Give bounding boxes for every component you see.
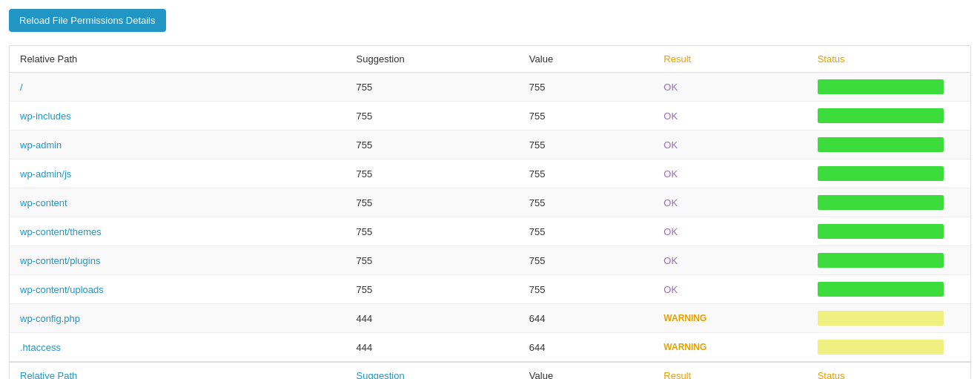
path-link[interactable]: wp-content/plugins [20,255,100,266]
status-bar [818,79,944,94]
col-footer-status: Status [807,362,970,379]
cell-value: 755 [519,188,653,217]
status-bar-green [818,224,944,239]
status-bar-green [818,108,944,123]
status-bar [818,282,944,297]
path-link[interactable]: wp-config.php [20,313,80,324]
cell-suggestion: 755 [346,246,519,275]
path-link[interactable]: .htaccess [20,342,61,353]
cell-value: 755 [519,73,653,102]
table-row: /755755OK [10,73,970,102]
cell-suggestion: 755 [346,159,519,188]
status-bar-green [818,79,944,94]
cell-result: OK [653,73,807,102]
cell-value: 755 [519,275,653,304]
status-bar-green [818,253,944,268]
cell-status [807,333,970,363]
cell-result: OK [653,246,807,275]
cell-suggestion: 444 [346,333,519,363]
table-row: wp-admin/js755755OK [10,159,970,188]
cell-value: 755 [519,246,653,275]
status-bar [818,253,944,268]
cell-suggestion: 755 [346,188,519,217]
status-bar [818,108,944,123]
table-row: wp-content/uploads755755OK [10,275,970,304]
table-row: wp-includes755755OK [10,102,970,131]
cell-path: wp-admin/js [10,159,346,188]
cell-status [807,102,970,131]
cell-path: wp-admin [10,131,346,159]
cell-status [807,246,970,275]
cell-path: / [10,73,346,102]
col-footer-value: Value [519,362,653,379]
status-bar [818,224,944,239]
status-bar [818,340,944,355]
cell-value: 644 [519,304,653,333]
table-row: wp-content/themes755755OK [10,217,970,246]
status-bar-green [818,282,944,297]
cell-suggestion: 755 [346,275,519,304]
cell-path: wp-content/uploads [10,275,346,304]
cell-status [807,131,970,159]
cell-suggestion: 444 [346,304,519,333]
table-row: wp-config.php444644WARNING [10,304,970,333]
col-header-value: Value [519,46,653,73]
col-footer-result: Result [653,362,807,379]
status-bar [818,311,944,326]
status-bar-green [818,166,944,181]
cell-value: 755 [519,159,653,188]
reload-file-permissions-button[interactable]: Reload File Permissions Details [9,9,166,32]
cell-path: .htaccess [10,333,346,363]
cell-path: wp-content/themes [10,217,346,246]
status-bar-yellow [818,340,944,355]
path-link[interactable]: wp-content/uploads [20,284,104,295]
cell-value: 644 [519,333,653,363]
cell-result: OK [653,159,807,188]
path-link[interactable]: wp-content [20,197,67,208]
path-link[interactable]: / [20,82,23,93]
table-row: .htaccess444644WARNING [10,333,970,363]
path-link[interactable]: wp-admin [20,139,62,151]
cell-result: OK [653,217,807,246]
cell-status [807,275,970,304]
cell-value: 755 [519,131,653,159]
cell-value: 755 [519,217,653,246]
cell-status [807,73,970,102]
cell-result: WARNING [653,333,807,363]
table-row: wp-content755755OK [10,188,970,217]
cell-suggestion: 755 [346,217,519,246]
file-permissions-table: Relative Path Suggestion Value Result St… [9,45,971,379]
cell-status [807,159,970,188]
cell-status [807,188,970,217]
col-header-status: Status [807,46,970,73]
cell-result: OK [653,102,807,131]
table-row: wp-admin755755OK [10,131,970,159]
table-footer-row: Relative Path Suggestion Value Result St… [10,362,970,379]
status-bar [818,195,944,210]
status-bar [818,166,944,181]
col-footer-path: Relative Path [10,362,346,379]
col-header-path: Relative Path [10,46,346,73]
status-bar [818,137,944,152]
table-header-row: Relative Path Suggestion Value Result St… [10,46,970,73]
cell-result: WARNING [653,304,807,333]
cell-status [807,304,970,333]
cell-path: wp-includes [10,102,346,131]
cell-suggestion: 755 [346,73,519,102]
path-link[interactable]: wp-admin/js [20,168,71,179]
cell-result: OK [653,188,807,217]
cell-suggestion: 755 [346,102,519,131]
col-footer-suggestion: Suggestion [346,362,519,379]
cell-path: wp-content/plugins [10,246,346,275]
status-bar-yellow [818,311,944,326]
cell-path: wp-config.php [10,304,346,333]
col-header-result: Result [653,46,807,73]
col-header-suggestion: Suggestion [346,46,519,73]
cell-suggestion: 755 [346,131,519,159]
cell-status [807,217,970,246]
cell-value: 755 [519,102,653,131]
status-bar-green [818,195,944,210]
path-link[interactable]: wp-includes [20,111,71,122]
status-bar-green [818,137,944,152]
path-link[interactable]: wp-content/themes [20,226,102,237]
